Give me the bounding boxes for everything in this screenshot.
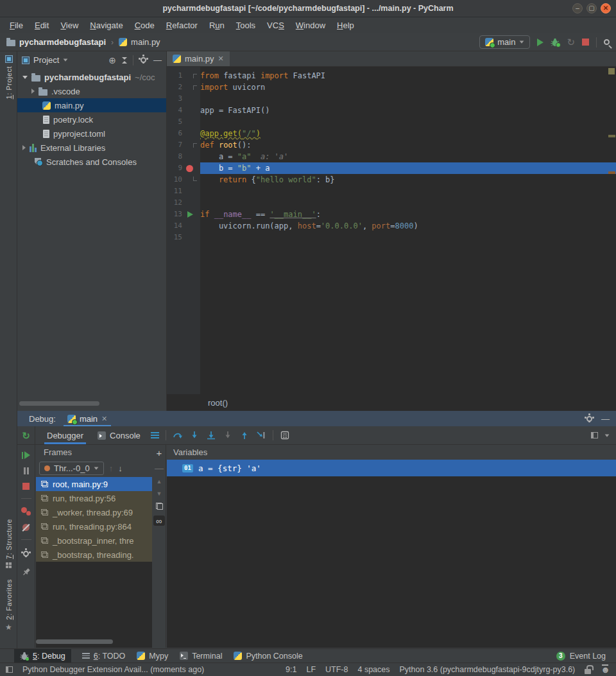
- frame-row[interactable]: run, threading.py:864: [36, 519, 152, 533]
- resume-button[interactable]: [22, 451, 30, 459]
- status-message[interactable]: Python Debugger Extension Avail... (mome…: [22, 665, 204, 674]
- tab-console[interactable]: Console: [95, 426, 143, 444]
- toolwindow-python-console[interactable]: Python Console: [228, 649, 308, 663]
- tree-row-main-py[interactable]: main.py: [17, 98, 166, 112]
- tree-row-pyproject-toml[interactable]: pyproject.toml: [17, 126, 166, 141]
- inspections-profile-icon[interactable]: ☻: [601, 664, 610, 675]
- window-maximize-button[interactable]: ▢: [586, 3, 597, 13]
- collapsed-arrow-icon[interactable]: [22, 145, 26, 150]
- menu-view[interactable]: View: [55, 21, 84, 30]
- toolwindow-mypy[interactable]: Mypy: [131, 649, 174, 663]
- stop-button[interactable]: [22, 483, 30, 490]
- frame-row[interactable]: _worker, thread.py:69: [36, 505, 152, 519]
- gutter[interactable]: [182, 162, 200, 174]
- gear-icon[interactable]: [586, 416, 592, 422]
- fold-marker-icon[interactable]: [193, 143, 197, 148]
- event-log-button[interactable]: 3 Event Log: [556, 652, 616, 661]
- code-editor[interactable]: 1from fastapi import FastAPI 2import uvi…: [167, 67, 616, 394]
- inspection-status-icon[interactable]: [608, 68, 615, 74]
- warning-stripe-mark[interactable]: [608, 135, 615, 137]
- frame-row[interactable]: run, thread.py:56: [36, 491, 152, 505]
- menu-tools[interactable]: Tools: [230, 21, 261, 30]
- fold-marker-icon[interactable]: [193, 74, 197, 78]
- caret-position[interactable]: 9:1: [286, 665, 296, 674]
- toolwindow-toggle-icon[interactable]: [6, 666, 13, 673]
- tree-row-vscode[interactable]: .vscode: [17, 84, 166, 98]
- collapsed-arrow-icon[interactable]: [31, 89, 35, 94]
- gutter[interactable]: [182, 82, 200, 93]
- indent-style[interactable]: 4 spaces: [357, 665, 389, 674]
- editor-tab-main-py[interactable]: main.py ✕: [167, 51, 230, 66]
- evaluate-expression-button[interactable]: [280, 430, 290, 440]
- menu-navigate[interactable]: Navigate: [84, 21, 128, 30]
- force-step-into-button[interactable]: [223, 430, 233, 440]
- locate-file-icon[interactable]: ⊕: [108, 56, 116, 65]
- run-line-icon[interactable]: [187, 211, 193, 218]
- file-encoding[interactable]: UTF-8: [325, 665, 348, 674]
- line-separator[interactable]: LF: [306, 665, 316, 674]
- next-frame-button[interactable]: ↓: [118, 464, 123, 473]
- breadcrumb-file[interactable]: main.py: [131, 37, 160, 47]
- sidebar-item-project[interactable]: 1: Project: [0, 55, 17, 99]
- window-close-button[interactable]: ✕: [601, 3, 611, 13]
- tree-row-project-root[interactable]: pycharmdebugfastapi ~/coc: [17, 70, 166, 84]
- step-into-button[interactable]: [189, 430, 200, 440]
- view-breakpoints-button[interactable]: [21, 507, 31, 516]
- project-panel-title[interactable]: Project: [33, 55, 59, 65]
- menu-vcs[interactable]: VCS: [261, 21, 290, 30]
- hide-panel-button[interactable]: —: [153, 55, 162, 65]
- breakpoint-icon[interactable]: [186, 165, 193, 172]
- frame-row[interactable]: root, main.py:9: [36, 477, 152, 491]
- toolwindow-terminal[interactable]: Terminal: [174, 649, 228, 663]
- breadcrumb-project[interactable]: pycharmdebugfastapi: [19, 37, 106, 47]
- menu-help[interactable]: Help: [331, 21, 360, 30]
- add-watch-button[interactable]: +: [157, 448, 162, 458]
- horizontal-scrollbar[interactable]: [36, 639, 113, 644]
- mute-breakpoints-button[interactable]: [22, 524, 30, 531]
- menu-edit[interactable]: Edit: [29, 21, 55, 30]
- window-minimize-button[interactable]: –: [572, 3, 583, 13]
- run-to-cursor-button[interactable]: [256, 430, 266, 440]
- coverage-button[interactable]: ↻: [567, 37, 575, 47]
- collapse-all-icon[interactable]: [122, 57, 127, 64]
- debug-settings-icon[interactable]: [23, 551, 29, 557]
- gear-icon[interactable]: [141, 57, 146, 63]
- hide-panel-button[interactable]: —: [601, 414, 610, 424]
- sidebar-item-favorites[interactable]: 2: Favorites ★: [0, 579, 17, 632]
- layout-settings-icon[interactable]: [591, 432, 598, 438]
- menu-window[interactable]: Window: [290, 21, 331, 30]
- expanded-arrow-icon[interactable]: [22, 76, 28, 79]
- close-icon[interactable]: ✕: [101, 415, 107, 423]
- stop-button[interactable]: [582, 39, 589, 46]
- sidebar-item-structure[interactable]: 7: Structure: [0, 519, 17, 568]
- gutter[interactable]: [182, 70, 200, 82]
- tree-row-poetry-lock[interactable]: poetry.lock: [17, 112, 166, 126]
- chevron-down-icon[interactable]: [605, 434, 610, 437]
- frame-row[interactable]: _bootstrap, threading.: [36, 548, 152, 562]
- debug-button[interactable]: [551, 38, 560, 47]
- tree-row-scratches[interactable]: Scratches and Consoles: [17, 155, 166, 169]
- duplicate-watch-icon[interactable]: [156, 503, 163, 510]
- interpreter[interactable]: Python 3.6 (pycharmdebugfastapi-9cdjtyrg…: [400, 665, 576, 674]
- pin-icon[interactable]: [22, 568, 31, 576]
- fold-marker-icon[interactable]: [193, 177, 197, 181]
- gutter[interactable]: [182, 139, 200, 151]
- debug-session-tab[interactable]: main ✕: [64, 411, 111, 426]
- previous-frame-button[interactable]: ↑: [109, 464, 114, 473]
- step-over-button[interactable]: [173, 430, 183, 440]
- move-down-button[interactable]: ▼: [157, 490, 162, 497]
- menu-file[interactable]: File: [4, 21, 29, 30]
- rerun-button[interactable]: ↻: [22, 431, 30, 440]
- remove-watch-button[interactable]: —: [155, 464, 164, 472]
- menu-code[interactable]: Code: [129, 21, 160, 30]
- view-options-icon[interactable]: [151, 432, 159, 438]
- tree-row-external-libraries[interactable]: External Libraries: [17, 141, 166, 155]
- run-configuration-select[interactable]: main: [479, 35, 530, 49]
- gutter[interactable]: [182, 174, 200, 186]
- pause-button[interactable]: [24, 467, 29, 474]
- toolwindow-todo[interactable]: 6: TODO: [76, 649, 132, 663]
- step-out-button[interactable]: [239, 430, 250, 440]
- menu-refactor[interactable]: Refactor: [160, 21, 203, 30]
- gutter[interactable]: [182, 209, 200, 220]
- error-stripe-mark[interactable]: [608, 171, 615, 174]
